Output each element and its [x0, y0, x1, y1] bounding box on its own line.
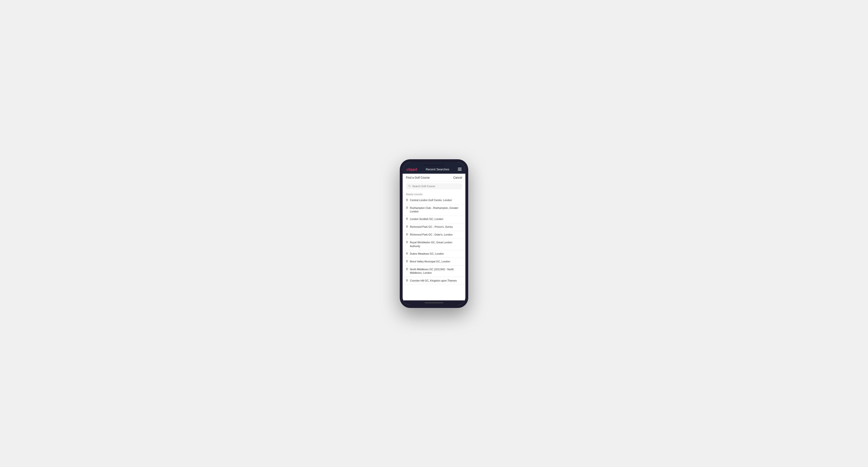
location-pin-icon	[406, 252, 408, 256]
course-name: North Middlesex GC (1011942 - North Midd…	[410, 268, 462, 275]
nearby-label: Nearby courses	[403, 191, 465, 196]
home-bar	[425, 302, 443, 303]
course-name: Brent Valley Municipal GC, London	[410, 260, 450, 263]
course-name: Richmond Park GC - Duke's, London	[410, 233, 453, 237]
location-pin-icon	[406, 260, 408, 263]
course-name: Dukes Meadows GC, London	[410, 252, 444, 255]
find-bar: Find a Golf Course Cancel	[403, 174, 465, 182]
list-item[interactable]: London Scottish GC, London	[403, 215, 465, 223]
header-title: Recent Searches	[426, 167, 450, 171]
svg-point-0	[408, 185, 410, 187]
location-pin-icon	[406, 268, 408, 271]
list-item[interactable]: Richmond Park GC - Duke's, London	[403, 231, 465, 239]
location-pin-icon	[406, 225, 408, 229]
list-item[interactable]: Brent Valley Municipal GC, London	[403, 258, 465, 266]
course-name: Central London Golf Centre, London	[410, 198, 452, 202]
phone-notch	[423, 164, 445, 166]
cancel-button[interactable]: Cancel	[453, 176, 462, 179]
app-logo: clippd	[406, 167, 417, 171]
search-icon	[408, 185, 411, 188]
list-item[interactable]: North Middlesex GC (1011942 - North Midd…	[403, 266, 465, 277]
course-name: London Scottish GC, London	[410, 217, 443, 221]
list-item[interactable]: Central London Golf Centre, London	[403, 196, 465, 205]
search-input[interactable]	[412, 185, 460, 188]
list-item[interactable]: Coombe Hill GC, Kingston upon Thames	[403, 277, 465, 285]
course-name: Coombe Hill GC, Kingston upon Thames	[410, 279, 457, 282]
course-name: Royal Wimbledon GC, Great London Authori…	[410, 241, 462, 248]
location-pin-icon	[406, 233, 408, 237]
list-item[interactable]: Royal Wimbledon GC, Great London Authori…	[403, 239, 465, 250]
list-item[interactable]: Dukes Meadows GC, London	[403, 250, 465, 258]
menu-icon[interactable]	[458, 168, 462, 170]
location-pin-icon	[406, 241, 408, 245]
phone-frame: clippd Recent Searches Find a Golf Cours…	[400, 159, 468, 308]
find-label: Find a Golf Course	[406, 176, 430, 179]
location-pin-icon	[406, 207, 408, 210]
nearby-section: Nearby courses Central London Golf Centr…	[403, 191, 465, 285]
location-pin-icon	[406, 218, 408, 221]
course-name: Richmond Park GC - Prince's, Surrey	[410, 225, 453, 229]
location-pin-icon	[406, 199, 408, 202]
phone-screen: clippd Recent Searches Find a Golf Cours…	[403, 162, 465, 305]
svg-line-1	[410, 186, 411, 187]
content-area: Find a Golf Course Cancel Nearby	[403, 174, 465, 301]
list-item[interactable]: Richmond Park GC - Prince's, Surrey	[403, 223, 465, 231]
home-indicator	[403, 301, 465, 305]
course-list: Central London Golf Centre, London Roeha…	[403, 196, 465, 285]
location-pin-icon	[406, 279, 408, 283]
app-header: clippd Recent Searches	[403, 165, 465, 174]
list-item[interactable]: Roehampton Club - Roehampton, Greater Lo…	[403, 205, 465, 216]
search-input-wrapper	[406, 183, 462, 189]
search-container	[403, 182, 465, 191]
course-name: Roehampton Club - Roehampton, Greater Lo…	[410, 206, 462, 214]
